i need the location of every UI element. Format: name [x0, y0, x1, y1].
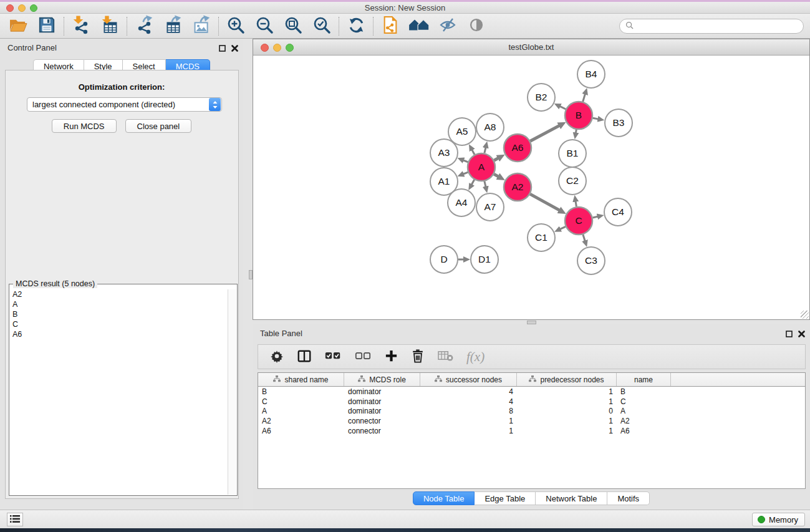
delete-row-button[interactable]: [411, 349, 425, 365]
edge-A6-B[interactable]: [530, 125, 560, 141]
table-cell[interactable]: A2: [617, 417, 671, 425]
table-cell[interactable]: A: [258, 407, 344, 415]
zoom-selected-button[interactable]: [311, 16, 332, 36]
zoom-fit-button[interactable]: [282, 16, 304, 36]
table-cell[interactable]: 0: [517, 407, 617, 415]
add-row-button[interactable]: [384, 349, 398, 365]
table-cell[interactable]: B: [258, 387, 344, 396]
search-input[interactable]: [637, 22, 803, 31]
open-session-button[interactable]: [7, 16, 29, 36]
table-cell[interactable]: 8: [420, 407, 517, 415]
columns-button[interactable]: [297, 349, 312, 365]
network-canvas[interactable]: B4B2BB3A8A5A6A3B1AC2A1A2A4A7C4CC1DD1C3: [253, 56, 809, 319]
table-cell[interactable]: connector: [344, 427, 420, 435]
edge-A-A4[interactable]: [471, 180, 475, 185]
mcds-result-item[interactable]: A: [10, 299, 227, 309]
save-session-button[interactable]: [36, 16, 57, 36]
close-panel-button[interactable]: Close panel: [125, 119, 192, 133]
column-header-MCDS-role[interactable]: MCDS role: [344, 373, 420, 386]
table-cell[interactable]: 4: [420, 387, 517, 396]
edge-C-C1[interactable]: [559, 226, 566, 230]
network-window-titlebar[interactable]: testGlobe.txt: [253, 39, 809, 56]
vertical-scroll-thumb[interactable]: [249, 270, 253, 279]
zoom-out-button[interactable]: [254, 16, 275, 36]
export-network-button[interactable]: [133, 16, 155, 36]
table-row[interactable]: A2connector11A2: [258, 416, 805, 426]
edge-B-B2[interactable]: [559, 106, 566, 109]
table-cell[interactable]: A2: [258, 417, 344, 425]
table-tab-edge-table[interactable]: Edge Table: [475, 491, 536, 505]
table-cell[interactable]: A6: [258, 427, 344, 435]
table-cell[interactable]: dominator: [344, 387, 420, 396]
table-cell[interactable]: A: [617, 407, 671, 415]
edge-B-B1[interactable]: [576, 130, 576, 134]
table-cell[interactable]: 1: [420, 427, 517, 435]
table-cell[interactable]: B: [617, 387, 671, 396]
edge-A-A6[interactable]: [494, 158, 499, 160]
table-cell[interactable]: 1: [420, 417, 517, 425]
export-table-button[interactable]: [162, 16, 183, 36]
home-button[interactable]: [408, 16, 430, 36]
criterion-select[interactable]: largest connected component (directed): [27, 97, 222, 112]
import-network-button[interactable]: [70, 16, 92, 36]
table-cell[interactable]: C: [258, 397, 344, 406]
memory-button[interactable]: Memory: [752, 513, 805, 526]
table-row[interactable]: A6connector11A6: [258, 426, 805, 436]
edge-B-B4[interactable]: [583, 94, 586, 102]
float-table-panel-icon[interactable]: [786, 329, 793, 340]
edge-C-C2[interactable]: [576, 201, 577, 207]
column-header-successor-nodes[interactable]: successor nodes: [420, 373, 517, 386]
select-all-button[interactable]: [324, 349, 342, 364]
deselect-all-button[interactable]: [354, 349, 372, 364]
table-cell[interactable]: 1: [517, 417, 617, 425]
hide-panel-button[interactable]: [437, 16, 458, 36]
table-cell[interactable]: dominator: [344, 397, 420, 406]
search-field[interactable]: [619, 19, 804, 34]
table-row[interactable]: Adominator80A: [258, 407, 805, 417]
mcds-result-item[interactable]: A6: [10, 329, 227, 339]
edge-A-A1[interactable]: [463, 172, 468, 174]
show-panel-button[interactable]: [466, 16, 487, 36]
result-scrollbar[interactable]: [228, 289, 236, 495]
edge-A-A2[interactable]: [494, 174, 499, 177]
export-image-button[interactable]: [191, 16, 212, 36]
new-network-button[interactable]: [380, 16, 401, 36]
table-cell[interactable]: dominator: [344, 407, 420, 415]
zoom-in-button[interactable]: [225, 16, 246, 36]
table-row[interactable]: Bdominator41B: [258, 387, 805, 397]
close-panel-icon[interactable]: [231, 43, 238, 54]
table-row[interactable]: Cdominator41C: [258, 397, 805, 407]
table-cell[interactable]: 1: [517, 427, 617, 435]
table-cell[interactable]: A6: [617, 427, 671, 435]
edge-A2-C[interactable]: [530, 194, 560, 211]
edge-B-B3[interactable]: [593, 118, 599, 119]
settings-button[interactable]: [269, 349, 284, 365]
import-table-button[interactable]: [99, 16, 120, 36]
edge-A-A7[interactable]: [485, 181, 486, 188]
edge-A-A5[interactable]: [471, 149, 475, 155]
table-cell[interactable]: 4: [420, 397, 517, 406]
edge-C-C4[interactable]: [593, 216, 599, 218]
mcds-result-item[interactable]: C: [10, 319, 227, 329]
resize-grip[interactable]: [801, 311, 809, 319]
table-tab-motifs[interactable]: Motifs: [607, 491, 650, 505]
edge-A-A3[interactable]: [463, 160, 468, 162]
table-tab-network-table[interactable]: Network Table: [536, 491, 607, 505]
table-cell[interactable]: C: [617, 397, 671, 406]
table-cell[interactable]: connector: [344, 417, 420, 425]
mcds-result-item[interactable]: A2: [10, 289, 227, 299]
task-history-button[interactable]: [7, 513, 23, 526]
mcds-result-item[interactable]: B: [10, 309, 227, 319]
float-panel-icon[interactable]: [219, 43, 226, 54]
table-cell[interactable]: 1: [517, 397, 617, 406]
close-table-panel-icon[interactable]: [798, 329, 805, 340]
edge-A-A8[interactable]: [485, 147, 486, 153]
edge-C-C3[interactable]: [583, 235, 586, 242]
run-mcds-button[interactable]: Run MCDS: [52, 119, 117, 133]
column-header-predecessor-nodes[interactable]: predecessor nodes: [517, 373, 617, 386]
column-header-name[interactable]: name: [617, 373, 671, 386]
column-header-shared-name[interactable]: shared name: [258, 373, 344, 386]
table-cell[interactable]: 1: [517, 387, 617, 396]
table-tab-node-table[interactable]: Node Table: [413, 491, 475, 505]
refresh-button[interactable]: [345, 16, 367, 36]
